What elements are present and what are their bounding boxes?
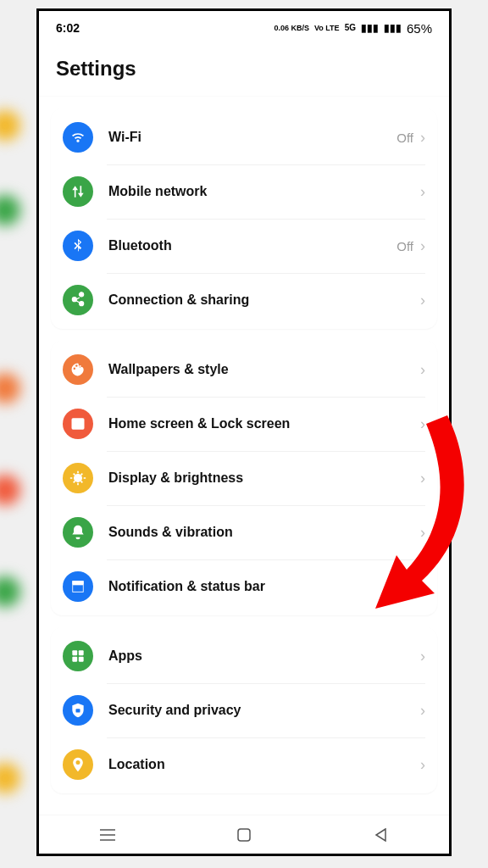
chevron-right-icon: › — [420, 129, 425, 147]
row-label: Sounds & vibration — [108, 525, 420, 540]
back-button[interactable] — [370, 825, 391, 845]
status-time: 6:02 — [56, 21, 80, 35]
row-label: Security and privacy — [108, 703, 420, 718]
chevron-right-icon: › — [420, 237, 425, 255]
settings-row-home-lock[interactable]: Home screen & Lock screen › — [51, 397, 437, 451]
row-value: Off — [396, 239, 413, 253]
notification-icon — [63, 571, 93, 602]
phone-frame: 6:02 0.06 KB/S Vo LTE 5G ▮▮▮ ▮▮▮ 65% Set… — [36, 8, 452, 856]
page-title: Settings — [56, 57, 432, 81]
settings-row-connection-sharing[interactable]: Connection & sharing › — [51, 273, 437, 327]
row-value: Off — [396, 131, 413, 145]
svg-rect-2 — [72, 650, 77, 655]
status-bar: 6:02 0.06 KB/S Vo LTE 5G ▮▮▮ ▮▮▮ 65% — [39, 11, 449, 45]
settings-row-wallpapers[interactable]: Wallpapers & style › — [51, 342, 437, 397]
settings-group-display: Wallpapers & style › Home screen & Lock … — [51, 341, 437, 615]
display-icon — [63, 463, 93, 493]
chevron-right-icon: › — [420, 702, 425, 720]
row-label: Apps — [108, 648, 420, 664]
settings-row-security[interactable]: Security and privacy › — [51, 683, 437, 737]
home-lock-icon — [63, 409, 93, 439]
chevron-right-icon: › — [420, 470, 425, 487]
status-volte: Vo LTE — [314, 25, 340, 32]
status-5g: 5G — [345, 24, 356, 32]
settings-row-notification[interactable]: Notification & status bar › — [51, 559, 437, 614]
navigation-bar — [39, 815, 449, 854]
status-netspeed: 0.06 KB/S — [274, 25, 309, 32]
settings-row-mobile-network[interactable]: Mobile network › — [51, 164, 437, 219]
battery-percent: 65% — [407, 21, 432, 36]
row-label: Bluetooth — [108, 238, 396, 253]
signal-bars-icon-2: ▮▮▮ — [384, 22, 402, 34]
svg-rect-0 — [73, 585, 83, 592]
settings-row-location[interactable]: Location › — [51, 737, 437, 792]
chevron-right-icon: › — [420, 415, 425, 433]
svg-rect-3 — [79, 650, 84, 655]
chevron-right-icon: › — [420, 648, 425, 665]
row-label: Connection & sharing — [108, 292, 420, 308]
mobile-network-icon — [63, 176, 93, 207]
row-label: Home screen & Lock screen — [108, 416, 420, 431]
svg-rect-10 — [238, 829, 250, 841]
sounds-icon — [63, 517, 93, 548]
svg-rect-1 — [72, 581, 83, 584]
signal-bars-icon: ▮▮▮ — [361, 22, 379, 34]
svg-rect-4 — [72, 657, 77, 662]
row-label: Display & brightness — [108, 470, 420, 486]
row-label: Mobile network — [108, 184, 420, 199]
apps-icon — [63, 641, 93, 671]
chevron-right-icon: › — [420, 756, 425, 774]
chevron-right-icon: › — [420, 578, 425, 596]
wallpapers-icon — [63, 354, 93, 385]
svg-rect-6 — [76, 709, 80, 712]
row-label: Notification & status bar — [108, 579, 420, 594]
settings-row-sounds[interactable]: Sounds & vibration › — [51, 505, 437, 559]
settings-group-system: Apps › Security and privacy › Location › — [51, 627, 437, 793]
settings-content[interactable]: Wi-Fi Off › Mobile network › Bluetooth O… — [39, 97, 449, 854]
chevron-right-icon: › — [420, 524, 425, 542]
chevron-right-icon: › — [420, 361, 425, 379]
recent-apps-button[interactable] — [97, 825, 118, 845]
settings-row-bluetooth[interactable]: Bluetooth Off › — [51, 219, 437, 273]
settings-row-display[interactable]: Display & brightness › — [51, 451, 437, 505]
settings-group-connectivity: Wi-Fi Off › Mobile network › Bluetooth O… — [51, 108, 437, 329]
settings-row-wifi[interactable]: Wi-Fi Off › — [51, 110, 437, 164]
row-label: Wallpapers & style — [108, 362, 420, 377]
svg-rect-5 — [79, 657, 84, 662]
bluetooth-icon — [63, 231, 93, 261]
row-label: Wi-Fi — [108, 130, 396, 145]
connection-sharing-icon — [63, 285, 93, 315]
location-icon — [63, 749, 93, 780]
security-icon — [63, 695, 93, 726]
chevron-right-icon: › — [420, 183, 425, 201]
settings-row-apps[interactable]: Apps › — [51, 629, 437, 683]
page-header: Settings — [39, 45, 449, 97]
row-label: Location — [108, 757, 420, 772]
chevron-right-icon: › — [420, 292, 425, 309]
home-button[interactable] — [234, 825, 254, 845]
wifi-icon — [63, 122, 93, 153]
